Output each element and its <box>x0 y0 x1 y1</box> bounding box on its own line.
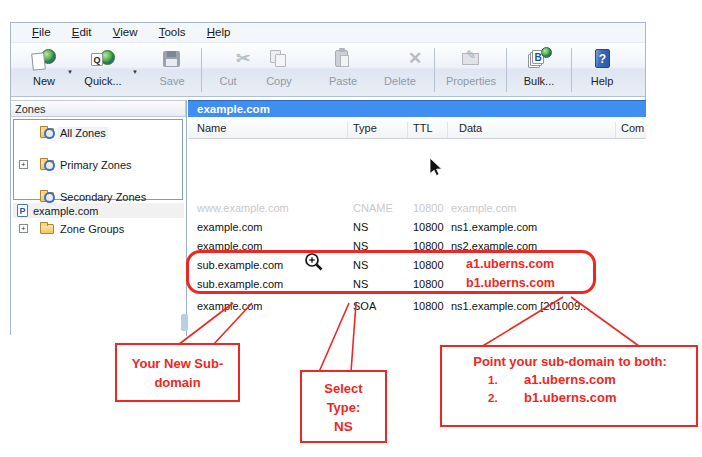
zones-tree: All Zones + Primary Zones Secondary Zone… <box>13 119 183 200</box>
record-ttl: 10800 <box>413 278 444 290</box>
records-column-header: Name Type TTL Data Com <box>188 117 646 139</box>
callout-point-subdomain: Point your sub-domain to both: 1. a1.ube… <box>440 345 698 427</box>
bulk-button-label: Bulk... <box>517 75 561 87</box>
delete-icon: ✕ <box>385 47 415 73</box>
tree-item-all-zones[interactable]: All Zones <box>14 125 182 141</box>
callout-list-item: 1. a1.uberns.com <box>450 372 690 387</box>
record-name: sub.example.com <box>197 259 283 271</box>
bulk-update-button[interactable]: B Bulk... <box>517 47 561 93</box>
toolbar: New ▼ Q Quick... ▼ Save ✂ Cut Copy <box>11 43 645 97</box>
delete-button[interactable]: ✕ Delete <box>378 47 422 93</box>
panel-divider[interactable] <box>186 100 187 336</box>
column-header-name[interactable]: Name <box>197 122 226 134</box>
record-row-ns1[interactable]: example.com NS 10800 ns1.example.com <box>189 220 646 236</box>
new-dropdown-arrow-icon[interactable]: ▼ <box>65 69 75 75</box>
record-ttl: 10800 <box>413 300 444 312</box>
paste-button-label: Paste <box>321 75 365 87</box>
record-name: example.com <box>197 221 262 233</box>
cut-button[interactable]: ✂ Cut <box>206 47 250 93</box>
record-name: example.com <box>197 300 262 312</box>
menu-bar: File Edit View Tools Help <box>11 23 645 43</box>
record-name: example.com <box>197 240 262 252</box>
save-button-label: Save <box>150 75 194 87</box>
new-zone-icon <box>29 47 59 73</box>
toolbar-separator <box>201 48 202 92</box>
paste-button[interactable]: Paste <box>321 47 365 93</box>
record-type: CNAME <box>353 202 393 214</box>
dns-app-window: File Edit View Tools Help New ▼ Q Quick.… <box>10 22 646 335</box>
folder-icon <box>40 224 54 234</box>
quick-zone-button[interactable]: Q Quick... <box>79 47 127 93</box>
records-panel-title: example.com <box>188 100 646 117</box>
column-header-type[interactable]: Type <box>353 122 377 134</box>
callout-text: Type: <box>302 398 385 417</box>
column-header-ttl[interactable]: TTL <box>413 122 433 134</box>
record-row-sub-ns-a1[interactable]: sub.example.com NS 10800 a1.uberns.com <box>189 258 646 274</box>
callout-list-item: 2. b1.uberns.com <box>450 390 690 405</box>
record-row-sub-ns-b1[interactable]: sub.example.com NS 10800 b1.uberns.com <box>189 277 646 293</box>
expand-plus-icon[interactable]: + <box>19 224 28 233</box>
bulk-update-icon: B <box>524 47 554 73</box>
quick-zone-icon: Q <box>88 47 118 73</box>
record-row-ns2[interactable]: example.com NS 10800 ns2.example.com <box>189 239 646 255</box>
record-type: NS <box>353 278 368 290</box>
properties-button[interactable]: ✎ Properties <box>439 47 503 93</box>
quick-dropdown-arrow-icon[interactable]: ▼ <box>130 69 140 75</box>
list-number: 1. <box>488 374 508 386</box>
column-divider[interactable] <box>347 122 348 138</box>
record-data: ns1.example.com <box>451 221 537 233</box>
zone-search-folder-icon <box>40 192 54 202</box>
menu-edit[interactable]: Edit <box>63 23 101 38</box>
screenshot-root: File Edit View Tools Help New ▼ Q Quick.… <box>0 0 702 457</box>
column-divider[interactable] <box>407 122 408 138</box>
tree-item-label: Secondary Zones <box>58 191 148 203</box>
record-data: ns2.example.com <box>451 240 537 252</box>
record-name: www.example.com <box>197 202 289 214</box>
list-number: 2. <box>488 392 508 404</box>
menu-tools[interactable]: Tools <box>150 23 195 38</box>
zone-list-item-example-com[interactable]: P example.com <box>13 203 184 218</box>
tree-item-label: All Zones <box>58 127 108 139</box>
toolbar-separator <box>506 48 507 92</box>
callout-text: Your New Sub- <box>117 354 238 373</box>
menu-help[interactable]: Help <box>198 23 240 38</box>
zone-search-folder-icon <box>40 128 54 138</box>
record-row-soa[interactable]: example.com SOA 10800 ns1.example.com [2… <box>189 299 646 315</box>
record-type: SOA <box>353 300 376 312</box>
expand-plus-icon[interactable]: + <box>19 160 28 169</box>
panel-splitter-handle[interactable] <box>181 314 188 331</box>
copy-icon <box>264 47 294 73</box>
record-ttl: 10800 <box>413 240 444 252</box>
record-ttl: 10800 <box>413 259 444 271</box>
menu-file[interactable]: File <box>23 23 60 38</box>
tree-item-label: Zone Groups <box>58 223 126 235</box>
cut-icon: ✂ <box>213 47 243 73</box>
save-button[interactable]: Save <box>150 47 194 93</box>
column-header-comments[interactable]: Com <box>621 122 644 134</box>
column-header-data[interactable]: Data <box>459 122 482 134</box>
save-icon <box>157 47 187 73</box>
record-type: NS <box>353 221 368 233</box>
toolbar-separator <box>571 48 572 92</box>
record-data: a1.uberns.com <box>466 257 554 271</box>
tree-item-primary-zones[interactable]: + Primary Zones <box>14 157 182 173</box>
properties-icon: ✎ <box>456 47 486 73</box>
record-ttl: 10800 <box>413 202 444 214</box>
record-ttl: 10800 <box>413 221 444 233</box>
cut-button-label: Cut <box>206 75 250 87</box>
help-button[interactable]: ? Help <box>580 47 624 93</box>
help-button-label: Help <box>580 75 624 87</box>
callout-select-type: Select Type: NS <box>300 370 387 443</box>
record-row-www-cname[interactable]: www.example.com CNAME 10800 example.com <box>189 201 646 217</box>
new-zone-button[interactable]: New <box>21 47 67 93</box>
properties-button-label: Properties <box>439 75 503 87</box>
column-divider[interactable] <box>447 122 448 138</box>
column-divider[interactable] <box>615 122 616 138</box>
record-type: NS <box>353 240 368 252</box>
record-name: sub.example.com <box>197 278 283 290</box>
tree-item-zone-groups[interactable]: + Zone Groups <box>14 221 182 237</box>
menu-view[interactable]: View <box>104 23 147 38</box>
copy-button[interactable]: Copy <box>257 47 301 93</box>
paste-icon <box>328 47 358 73</box>
new-button-label: New <box>21 75 67 87</box>
